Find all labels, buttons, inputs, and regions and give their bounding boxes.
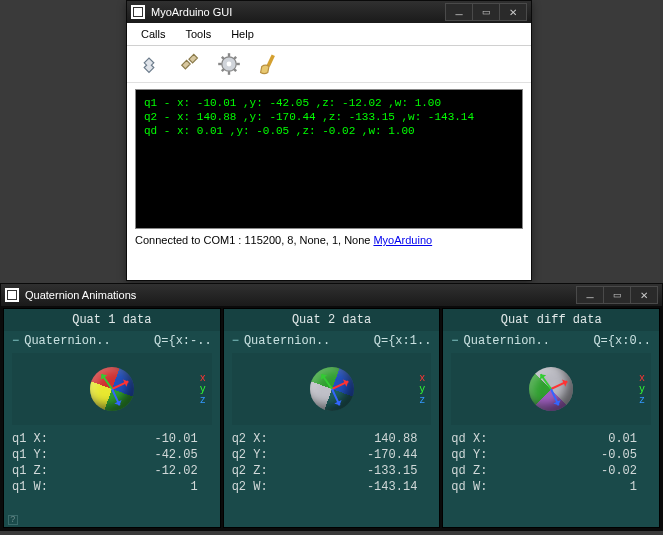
close-button[interactable] [630,286,658,304]
value-key: q1 Z: [12,463,72,479]
value-row: q2 X: 140.88 [232,431,432,447]
svg-line-7 [234,69,236,71]
collapse-icon[interactable]: − [451,334,458,348]
sphere-visualization[interactable]: x y z [451,353,651,425]
value-list: q2 X: 140.88 q2 Y: -170.44 q2 Z: -133.15… [224,427,440,495]
value-row: q2 W: -143.14 [232,479,432,495]
quaternion-sphere-icon [90,367,134,411]
value-number: 1 [72,479,212,495]
value-number: -0.02 [511,463,651,479]
menu-help[interactable]: Help [223,26,262,42]
quaternion-panel: Quat 1 data − Quaternion.. Q={x:-.. x y … [3,308,221,528]
quaternion-name: Quaternion.. [464,334,594,348]
value-number: -10.01 [72,431,212,447]
minimize-button[interactable] [445,3,473,21]
value-key: q2 Z: [232,463,292,479]
value-key: q2 W: [232,479,292,495]
window-title: MyoArduino GUI [151,6,446,18]
x-axis-arrow-icon [551,380,568,389]
y-axis-arrow-icon [540,374,552,390]
collapse-icon[interactable]: − [232,334,239,348]
value-key: q1 X: [12,431,72,447]
y-axis-arrow-icon [320,374,332,390]
console-line: q2 - x: 140.88 ,y: -170.44 ,z: -133.15 ,… [144,110,514,124]
value-row: qd W: 1 [451,479,651,495]
axes-legend: x y z [200,373,206,406]
quaternion-panel: Quat diff data − Quaternion.. Q={x:0.. x… [442,308,660,528]
sphere-visualization[interactable]: x y z [232,353,432,425]
connect-icon[interactable] [137,52,161,76]
z-axis-arrow-icon [550,389,559,406]
svg-point-1 [227,62,232,67]
myoarduino-window: MyoArduino GUI Calls Tools Help q1 - x: … [126,0,532,281]
quaternion-name: Quaternion.. [244,334,374,348]
quaternion-panel: Quat 2 data − Quaternion.. Q={x:1.. x y … [223,308,441,528]
console-line: q1 - x: -10.01 ,y: -42.05 ,z: -12.02 ,w:… [144,96,514,110]
value-key: q1 W: [12,479,72,495]
value-list: q1 X: -10.01 q1 Y: -42.05 q1 Z: -12.02 q… [4,427,220,495]
status-link[interactable]: MyoArduino [373,234,432,246]
sphere-visualization[interactable]: x y z [12,353,212,425]
value-number: -170.44 [292,447,432,463]
value-number: 1 [511,479,651,495]
value-key: q2 Y: [232,447,292,463]
disconnect-icon[interactable] [177,52,201,76]
value-number: -12.02 [72,463,212,479]
minimize-button[interactable] [576,286,604,304]
quaternion-short: Q={x:-.. [154,334,212,348]
clear-icon[interactable] [257,52,281,76]
info-icon[interactable]: ? [8,515,18,525]
status-text: Connected to COM1 : 115200, 8, None, 1, … [135,234,370,246]
quaternion-window: Quaternion Animations Quat 1 data − Quat… [0,283,663,531]
value-row: qd Z: -0.02 [451,463,651,479]
maximize-button[interactable] [603,286,631,304]
value-key: qd W: [451,479,511,495]
value-row: q2 Y: -170.44 [232,447,432,463]
menu-tools[interactable]: Tools [177,26,219,42]
value-number: 140.88 [292,431,432,447]
svg-line-8 [234,57,236,59]
value-list: qd X: 0.01 qd Y: -0.05 qd Z: -0.02 qd W:… [443,427,659,495]
value-row: qd Y: -0.05 [451,447,651,463]
value-row: qd X: 0.01 [451,431,651,447]
menu-calls[interactable]: Calls [133,26,173,42]
titlebar[interactable]: MyoArduino GUI [127,1,531,23]
value-number: 0.01 [511,431,651,447]
quaternion-header[interactable]: − Quaternion.. Q={x:-.. [4,331,220,351]
quaternion-header[interactable]: − Quaternion.. Q={x:0.. [443,331,659,351]
maximize-button[interactable] [472,3,500,21]
svg-rect-10 [267,54,275,66]
svg-line-6 [222,57,224,59]
settings-icon[interactable] [217,52,241,76]
x-axis-arrow-icon [111,380,128,389]
z-axis-arrow-icon [111,389,120,406]
axes-legend: x y z [639,373,645,406]
quaternion-name: Quaternion.. [24,334,154,348]
titlebar[interactable]: Quaternion Animations [1,284,662,306]
quaternion-sphere-icon [529,367,573,411]
console-line: qd - x: 0.01 ,y: -0.05 ,z: -0.02 ,w: 1.0… [144,124,514,138]
statusbar: Connected to COM1 : 115200, 8, None, 1, … [127,229,531,253]
window-title: Quaternion Animations [25,289,577,301]
value-key: qd Y: [451,447,511,463]
menubar: Calls Tools Help [127,23,531,46]
x-axis-arrow-icon [331,380,348,389]
quaternion-short: Q={x:0.. [593,334,651,348]
value-number: -0.05 [511,447,651,463]
value-key: qd X: [451,431,511,447]
value-row: q1 X: -10.01 [12,431,212,447]
toolbar [127,46,531,83]
svg-line-9 [222,69,224,71]
collapse-icon[interactable]: − [12,334,19,348]
z-axis-arrow-icon [331,389,340,406]
y-axis-arrow-icon [101,374,113,390]
console-output: q1 - x: -10.01 ,y: -42.05 ,z: -12.02 ,w:… [136,90,522,228]
value-key: qd Z: [451,463,511,479]
value-number: -42.05 [72,447,212,463]
quaternion-header[interactable]: − Quaternion.. Q={x:1.. [224,331,440,351]
app-icon [131,5,145,19]
close-button[interactable] [499,3,527,21]
panel-title: Quat 2 data [224,309,440,331]
value-row: q1 W: 1 [12,479,212,495]
value-key: q1 Y: [12,447,72,463]
